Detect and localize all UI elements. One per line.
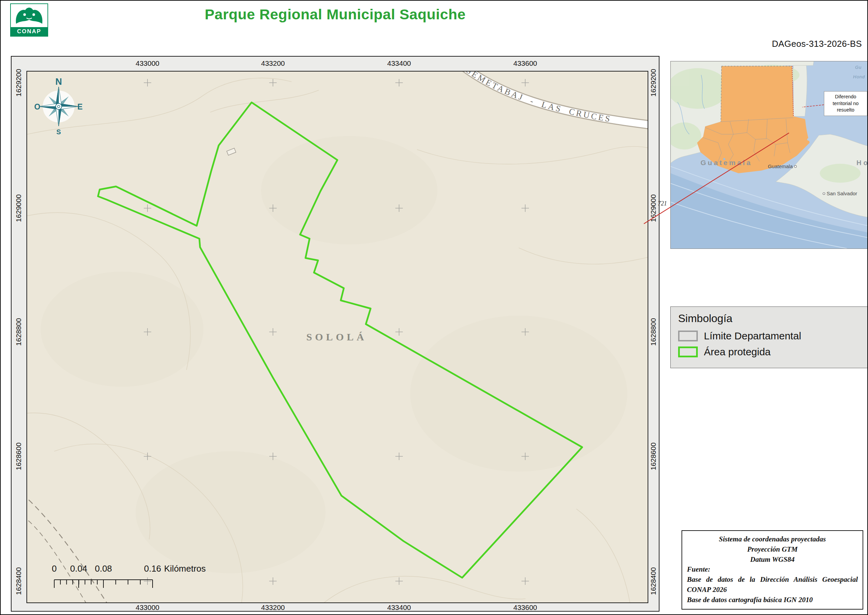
source-line: Base de datos cartografía básica IGN 201… (687, 595, 858, 605)
scale-tick-label: 0.16 (144, 563, 161, 574)
easting-tick-label: 433600 (514, 604, 537, 612)
department-label: SOLOLÁ (306, 331, 367, 343)
legend-item-label: Límite Departamental (704, 330, 801, 342)
easting-tick-label: 433400 (387, 59, 411, 67)
northing-tick-label: 1629000 (14, 194, 23, 222)
northing-tick-label: 1628800 (14, 318, 23, 346)
sea-label: Hond (853, 74, 865, 79)
legend-item-departmental-limit: Límite Departamental (678, 330, 860, 342)
scale-tick-label: 0.04 (70, 563, 87, 574)
country-label: Guatemala (701, 159, 752, 167)
scale-tick-label: 0.08 (95, 563, 112, 574)
easting-tick-label: 433200 (261, 59, 285, 67)
scale-ruler (47, 578, 237, 590)
locator-ref-label: 721 (658, 200, 667, 207)
coordinate-system-line: Sistema de coordenadas proyectadas (687, 534, 858, 545)
scale-bar: 0 0.04 0.08 0.16 Kilómetros (47, 562, 244, 594)
northing-tick-label: 1628600 (14, 442, 23, 470)
road-label: SEMETABAJ - LAS CRUCES (465, 72, 612, 124)
capital-city-dot (795, 165, 796, 167)
protected-area-swatch-icon (678, 347, 698, 357)
city-label: San Salvador (827, 190, 857, 196)
compass-west-label: O (34, 102, 41, 111)
easting-tick-label: 433400 (387, 604, 411, 612)
conap-logo-text: CONAP (11, 27, 47, 36)
legend-panel: Simbología Límite Departamental Área pro… (670, 306, 868, 368)
source-line: Base de datos de la Dirección Análisis G… (687, 574, 858, 595)
map-frame: 433000 433200 433400 433600 433000 43320… (11, 56, 659, 612)
northing-tick-label: 1629200 (14, 69, 23, 97)
map-sheet: CONAP Parque Regional Municipal Saquiche… (0, 0, 868, 615)
projection-line: Proyección GTM (687, 545, 858, 555)
northing-tick-label: 1628600 (649, 442, 657, 470)
road-semetabaj-las-cruces: SEMETABAJ - LAS CRUCES (453, 72, 648, 126)
compass-east-label: E (77, 102, 83, 111)
compass-rose-icon: N E S O (31, 73, 86, 138)
city-dot (823, 193, 825, 195)
compass-south-label: S (56, 128, 61, 136)
relief-shading (41, 136, 627, 573)
compass-north-label: N (55, 76, 62, 87)
page-title: Parque Regional Municipal Saquiche (11, 6, 659, 23)
easting-tick-label: 433200 (261, 604, 285, 612)
legend-title: Simbología (678, 312, 860, 325)
department-limit-swatch-icon (678, 331, 698, 342)
sea-label: Gu (855, 65, 862, 70)
building-icon (227, 148, 236, 155)
territorial-dispute-note: Diferendo territorial no resuelto (824, 91, 867, 116)
datum-line: Datum WGS84 (687, 555, 858, 565)
document-code: DAGeos-313-2026-BS (772, 39, 862, 49)
northing-tick-label: 1629000 (649, 194, 657, 222)
legend-item-label: Área protegida (704, 346, 771, 357)
credits-box: Sistema de coordenadas proyectadas Proye… (682, 530, 863, 610)
scale-unit-label: Kilómetros (164, 563, 206, 574)
easting-tick-label: 433000 (136, 604, 159, 612)
scale-tick-label: 0 (52, 563, 57, 574)
northing-tick-label: 1628400 (649, 567, 657, 595)
source-heading: Fuente: (687, 565, 858, 574)
map-canvas: SEMETABAJ - LAS CRUCES (27, 71, 648, 603)
neighbor-country-label: Ho (857, 159, 868, 167)
easting-tick-label: 433000 (136, 59, 159, 67)
easting-tick-label: 433600 (514, 59, 537, 67)
legend-item-protected-area: Área protegida (678, 346, 860, 357)
locator-inset-map: Guatemala Ho Gu Hond Guatemala San Salva… (670, 61, 868, 249)
northing-tick-label: 1629200 (649, 69, 657, 97)
capital-city-label: Guatemala (768, 164, 793, 169)
northing-tick-label: 1628400 (14, 567, 23, 595)
northing-tick-label: 1628800 (649, 318, 657, 346)
